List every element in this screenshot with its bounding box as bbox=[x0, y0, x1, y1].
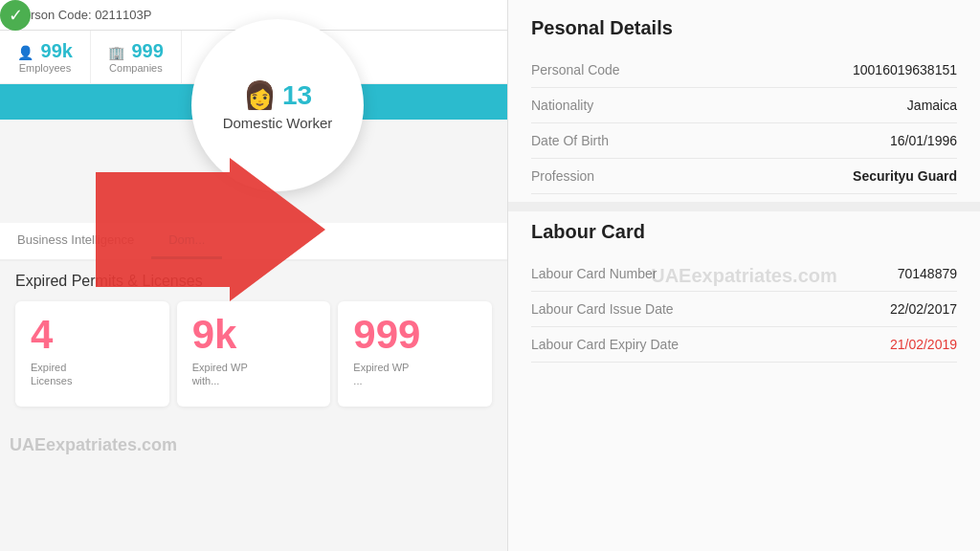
person-icon: 👤 bbox=[17, 45, 33, 60]
circle-badge-count: 13 bbox=[282, 80, 312, 111]
label-labour-number: Labour Card Number bbox=[531, 266, 657, 281]
detail-row-labour-number: Labour Card Number 70148879 bbox=[531, 256, 957, 292]
check-icon: ✓ bbox=[9, 5, 23, 26]
section-divider bbox=[508, 202, 980, 211]
label-labour-issue: Labour Card Issue Date bbox=[531, 301, 674, 317]
right-panel: Pesonal Details Personal Code 1001601963… bbox=[507, 0, 980, 551]
detail-row-nationality: Nationality Jamaica bbox=[531, 88, 957, 123]
expired-licenses-label: ExpiredLicenses bbox=[31, 361, 154, 388]
left-panel: ✓ Person Code: 0211103P 👤 99k Employees … bbox=[0, 0, 507, 551]
expired-wp1-value: 9k bbox=[192, 315, 316, 355]
detail-row-profession: Profession Securityu Guard bbox=[531, 159, 957, 194]
value-labour-issue: 22/02/2017 bbox=[890, 301, 957, 317]
stat-companies-value: 🏢 999 bbox=[108, 40, 164, 62]
worker-icon: 👩 bbox=[243, 79, 277, 111]
value-labour-number: 70148879 bbox=[898, 266, 957, 281]
circle-badge-top: 👩 13 bbox=[243, 79, 312, 111]
label-personal-code: Personal Code bbox=[531, 62, 620, 77]
stat-companies: 🏢 999 Companies bbox=[91, 31, 182, 83]
tabs-row: Business Intelligence Dom... bbox=[0, 223, 507, 261]
right-panel-inner: Pesonal Details Personal Code 1001601963… bbox=[508, 0, 980, 380]
value-labour-expiry: 21/02/2019 bbox=[890, 337, 957, 352]
label-nationality: Nationality bbox=[531, 98, 593, 113]
expired-card-wp2: 999 Expired WP... bbox=[338, 301, 492, 407]
person-code: Person Code: 0211103P bbox=[15, 8, 151, 22]
expired-wp1-label: Expired WPwith... bbox=[192, 361, 316, 388]
circle-badge-label: Domestic Worker bbox=[223, 115, 333, 131]
circle-badge: 👩 13 Domestic Worker bbox=[191, 19, 364, 191]
detail-row-personal-code: Personal Code 10016019638151 bbox=[531, 53, 957, 88]
building-icon: 🏢 bbox=[108, 45, 124, 60]
expired-section: Expired Permits & Licenses 4 ExpiredLice… bbox=[0, 261, 507, 414]
stat-companies-label: Companies bbox=[108, 62, 164, 74]
expired-section-title: Expired Permits & Licenses bbox=[15, 273, 492, 290]
expired-wp2-label: Expired WP... bbox=[353, 361, 477, 388]
expired-card-wp1: 9k Expired WPwith... bbox=[177, 301, 331, 407]
label-dob: Date Of Birth bbox=[531, 133, 609, 148]
tab-business-intelligence[interactable]: Business Intelligence bbox=[0, 223, 151, 259]
expired-licenses-value: 4 bbox=[31, 315, 154, 355]
detail-row-labour-expiry: Labour Card Expiry Date 21/02/2019 bbox=[531, 327, 957, 363]
value-profession: Securityu Guard bbox=[853, 168, 957, 184]
label-labour-expiry: Labour Card Expiry Date bbox=[531, 337, 679, 352]
label-profession: Profession bbox=[531, 168, 594, 184]
expired-cards: 4 ExpiredLicenses 9k Expired WPwith... 9… bbox=[15, 301, 492, 407]
stat-employees-label: Employees bbox=[17, 62, 73, 74]
stat-employees-value: 👤 99k bbox=[17, 40, 73, 62]
stat-employees: 👤 99k Employees bbox=[0, 31, 91, 83]
detail-row-dob: Date Of Birth 16/01/1996 bbox=[531, 123, 957, 159]
value-nationality: Jamaica bbox=[907, 98, 957, 113]
check-badge: ✓ bbox=[0, 0, 31, 31]
main-container: ✓ Person Code: 0211103P 👤 99k Employees … bbox=[0, 0, 980, 551]
value-dob: 16/01/1996 bbox=[890, 133, 957, 148]
tab-domestic[interactable]: Dom... bbox=[151, 223, 222, 259]
expired-card-licenses: 4 ExpiredLicenses bbox=[15, 301, 169, 407]
expired-wp2-value: 999 bbox=[353, 315, 477, 355]
detail-row-labour-issue: Labour Card Issue Date 22/02/2017 bbox=[531, 292, 957, 327]
watermark-left: UAEexpatriates.com bbox=[10, 435, 177, 455]
value-personal-code: 10016019638151 bbox=[853, 62, 957, 77]
personal-details-title: Pesonal Details bbox=[531, 17, 957, 39]
labour-card-title: Labour Card bbox=[531, 221, 957, 243]
